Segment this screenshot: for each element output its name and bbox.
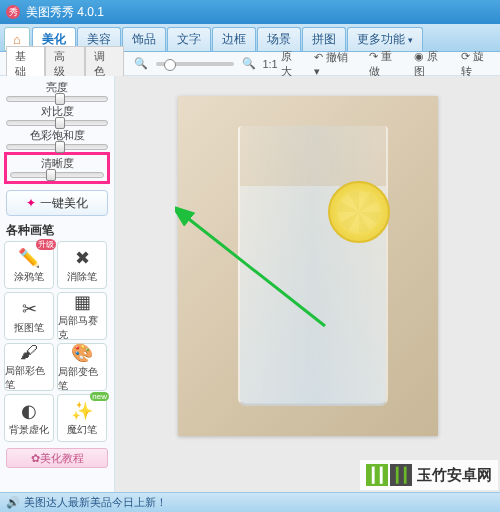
- title-bar: 秀 美图秀秀 4.0.1: [0, 0, 500, 24]
- mosaic-icon: ▦: [74, 291, 91, 313]
- tab-text[interactable]: 文字: [167, 27, 211, 51]
- status-text: 美图达人最新美品今日上新！: [24, 495, 167, 510]
- pencil-icon: ✏️: [18, 247, 40, 269]
- brush-magic[interactable]: new✨魔幻笔: [57, 394, 107, 442]
- image-preview[interactable]: [178, 96, 438, 436]
- canvas-area: [115, 76, 500, 492]
- lemon-icon: [328, 181, 390, 243]
- tab-ornament[interactable]: 饰品: [122, 27, 166, 51]
- undo-button[interactable]: ↶ 撤销 ▾: [314, 50, 356, 78]
- brush-doodle[interactable]: 升级✏️涂鸦笔: [4, 241, 54, 289]
- tutorial-button[interactable]: ✿ 美化教程: [6, 448, 108, 468]
- slider-brightness: 亮度: [4, 80, 110, 102]
- rotate-button[interactable]: ⟳ 旋转: [461, 49, 494, 79]
- saturation-track[interactable]: [6, 144, 108, 150]
- highlighted-slider: 清晰度: [4, 152, 110, 184]
- brush-recolor[interactable]: 🎨局部变色笔: [57, 343, 107, 391]
- zoom-ratio: 1:1: [262, 58, 277, 70]
- app-title: 美图秀秀 4.0.1: [26, 4, 104, 21]
- watermark-logo-icon: ┃┃: [366, 464, 388, 486]
- speaker-icon: 🔊: [6, 496, 20, 509]
- one-click-beautify[interactable]: ✦ 一键美化: [6, 190, 108, 216]
- status-bar: 🔊 美图达人最新美品今日上新！: [0, 492, 500, 512]
- original-button[interactable]: ◉ 原图: [414, 49, 448, 79]
- toolbar: 基础 高级 调色 🔍 🔍 1:1 原大 ↶ 撤销 ▾ ↷ 重做 ◉ 原图 ⟳ 旋…: [0, 52, 500, 76]
- brush-icon: 🖌: [20, 342, 38, 363]
- tab-more[interactable]: 更多功能: [347, 27, 423, 51]
- sidebar: 亮度 对比度 色彩饱和度 清晰度 ✦ 一键美化 各种画笔 升级✏️涂鸦笔 ✖消除…: [0, 76, 115, 492]
- brush-section-title: 各种画笔: [6, 222, 110, 239]
- wand-icon: ✦: [26, 196, 36, 210]
- tab-collage[interactable]: 拼图: [302, 27, 346, 51]
- app-logo-icon: 秀: [6, 5, 20, 19]
- zoom-label: 原大: [281, 49, 303, 79]
- brush-cutout[interactable]: ✂抠图笔: [4, 292, 54, 340]
- brush-localcolor[interactable]: 🖌局部彩色笔: [4, 343, 54, 391]
- tab-frame[interactable]: 边框: [212, 27, 256, 51]
- sharpness-track[interactable]: [10, 172, 104, 178]
- contrast-track[interactable]: [6, 120, 108, 126]
- blur-icon: ◐: [21, 400, 37, 422]
- slider-contrast: 对比度: [4, 104, 110, 126]
- sparkle-icon: ✨: [71, 400, 93, 422]
- zoom-out-icon[interactable]: 🔍: [134, 57, 148, 70]
- redo-button[interactable]: ↷ 重做: [369, 49, 402, 79]
- slider-saturation: 色彩饱和度: [4, 128, 110, 150]
- watermark: ┃┃ ┃┃ 玉竹安卓网: [360, 460, 498, 490]
- brightness-track[interactable]: [6, 96, 108, 102]
- tab-scene[interactable]: 场景: [257, 27, 301, 51]
- watermark-logo2-icon: ┃┃: [390, 464, 412, 486]
- brush-grid: 升级✏️涂鸦笔 ✖消除笔 ✂抠图笔 ▦局部马赛克 🖌局部彩色笔 🎨局部变色笔 ◐…: [4, 241, 110, 442]
- brush-erase[interactable]: ✖消除笔: [57, 241, 107, 289]
- zoom-slider[interactable]: [156, 62, 235, 66]
- slider-sharpness: 清晰度: [8, 156, 106, 178]
- erase-icon: ✖: [75, 247, 90, 269]
- brush-mosaic[interactable]: ▦局部马赛克: [57, 292, 107, 340]
- brush-blur[interactable]: ◐背景虚化: [4, 394, 54, 442]
- palette-icon: 🎨: [71, 342, 93, 364]
- scissors-icon: ✂: [22, 298, 37, 320]
- zoom-in-icon[interactable]: 🔍: [242, 57, 256, 70]
